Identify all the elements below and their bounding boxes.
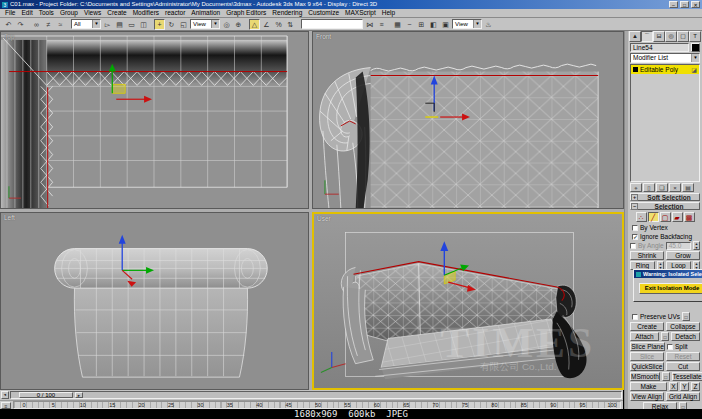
view-align-button[interactable]: View Align [630,392,664,401]
viewport-left-canvas[interactable] [1,213,308,389]
edge-subobject-icon[interactable]: ╱ [648,212,659,222]
attach-list-button[interactable]: □ [661,332,669,341]
menu-item-customize[interactable]: Customize [305,9,342,17]
show-end-result-icon[interactable]: ▯ [643,183,655,192]
time-slider-thumb[interactable]: 0 / 100 [19,392,73,398]
minimize-button[interactable]: – [669,1,678,8]
undo-icon[interactable]: ↶ [3,19,14,30]
trackbar-ruler[interactable]: 0510152025303540455055606570758085909510… [13,401,621,409]
viewport-front-canvas[interactable] [313,32,623,208]
preserve-uvs-settings-button[interactable]: □ [682,312,690,321]
select-and-rotate-icon[interactable]: ↻ [166,19,177,30]
chevron-down-icon[interactable]: ▼ [691,54,699,62]
window-crossing-icon[interactable]: ◫ [138,19,149,30]
viewport-front-label[interactable]: Front [316,33,331,40]
viewport-top[interactable]: Top [0,31,309,209]
cut-button[interactable]: Cut [666,362,700,371]
rollout-soft-selection[interactable]: + Soft Selection [630,193,700,201]
hierarchy-tab[interactable]: ⊟ [653,31,665,42]
menu-item-reactor[interactable]: reactor [162,9,188,17]
msmooth-settings-button[interactable]: □ [662,372,670,381]
select-and-link-icon[interactable]: ∞ [31,19,42,30]
checkbox-icon[interactable] [632,225,638,231]
subobject-expand-icon[interactable] [633,67,638,72]
modifier-state-icon[interactable]: ◪ [691,66,697,73]
grow-button[interactable]: Grow [666,251,700,260]
quickslice-button[interactable]: QuickSlice [630,362,664,371]
curve-editor-icon[interactable]: ~ [404,19,415,30]
viewport-front[interactable]: Front [312,31,624,209]
planar-x-button[interactable]: X [669,382,678,391]
panel-scrollbar[interactable] [625,31,628,409]
by-angle-spinner[interactable]: ▲▼ [693,241,700,250]
unlink-selection-icon[interactable]: ≠ [43,19,54,30]
make-planar-button[interactable]: Make Planar [630,382,667,391]
align-icon[interactable]: ≡ [376,19,387,30]
by-angle-value-field[interactable]: 45.0 [666,242,691,250]
display-tab[interactable]: ▢ [677,31,689,42]
render-setup-icon[interactable]: ▣ [440,19,451,30]
collapse-button[interactable]: Collapse [666,322,700,331]
shrink-button[interactable]: Shrink [630,251,664,260]
menu-item-edit[interactable]: Edit [18,9,35,17]
ignore-backfacing-checkbox[interactable]: Ignore Backfacing [632,233,701,240]
select-by-name-icon[interactable]: ▤ [114,19,125,30]
menu-item-file[interactable]: File [2,9,18,17]
menu-item-graph-editors[interactable]: Graph Editors [223,9,269,17]
by-vertex-checkbox[interactable]: By Vertex [632,224,701,231]
preserve-uvs-checkbox[interactable]: Preserve UVs □ [632,312,701,321]
render-type-dropdown[interactable]: View▼ [452,19,482,29]
by-angle-checkbox[interactable]: By Angle [630,242,664,249]
menu-item-help[interactable]: Help [379,9,398,17]
motion-tab[interactable]: ◎ [665,31,677,42]
dialog-title-bar[interactable]: Warning: Isolated Selection [634,270,702,278]
viewport-top-canvas[interactable] [1,32,308,208]
object-color-swatch[interactable] [691,43,700,52]
polygon-subobject-icon[interactable]: ▰ [672,212,683,222]
create-button[interactable]: Create [630,322,664,331]
layer-manager-icon[interactable]: ▦ [392,19,403,30]
checkbox-icon[interactable] [667,344,673,350]
spinner-snap-icon[interactable]: ⇅ [285,19,296,30]
quick-render-icon[interactable]: ♨ [483,19,494,30]
modifier-stack[interactable]: Editable Poly ◪ [630,64,700,182]
checkbox-checked-icon[interactable] [632,234,638,240]
next-frame-button[interactable]: ▸ [75,392,83,398]
viewport-user-active[interactable]: User [312,212,624,390]
vertex-subobject-icon[interactable]: ∴ [636,212,647,222]
menu-item-views[interactable]: Views [81,9,104,17]
redo-icon[interactable]: ↷ [15,19,26,30]
remove-modifier-icon[interactable]: × [669,183,681,192]
bind-to-space-warp-icon[interactable]: ≈ [55,19,66,30]
msmooth-button[interactable]: MSmooth [630,372,660,381]
collapse-icon[interactable]: − [631,203,638,210]
percent-snap-icon[interactable]: % [273,19,284,30]
checkbox-icon[interactable] [632,314,638,320]
slice-plane-button[interactable]: Slice Plane [630,342,665,351]
planar-y-button[interactable]: Y [680,382,689,391]
menu-item-create[interactable]: Create [104,9,130,17]
use-pivot-point-icon[interactable]: ◎ [221,19,232,30]
utilities-tab[interactable]: T [689,31,701,42]
time-slider-track[interactable]: 0 / 100 ▸ [10,391,622,399]
menu-item-maxscript[interactable]: MAXScript [342,9,379,17]
checkbox-icon[interactable] [630,243,636,249]
expand-icon[interactable]: + [631,194,638,201]
open-mini-curve-editor-button[interactable]: ≡ [1,402,11,409]
previous-frame-button[interactable]: ◂ [1,391,9,399]
create-tab[interactable]: ▲ [629,31,641,42]
viewport-left[interactable]: Left [0,212,309,390]
configure-modifier-sets-icon[interactable]: ▤ [682,183,694,192]
viewport-user-label[interactable]: User [317,215,331,222]
menu-item-group[interactable]: Group [57,9,81,17]
grid-align-button[interactable]: Grid Align [666,392,700,401]
selection-filter-dropdown[interactable]: All▼ [71,19,101,29]
modifier-list-dropdown[interactable]: Modifier List ▼ [630,53,700,63]
viewport-user-canvas[interactable]: TIMES 有限公司 Co.,Ltd. [314,214,622,388]
make-unique-icon[interactable]: ❏ [656,183,668,192]
split-checkbox[interactable]: Split [667,343,700,350]
viewport-left-label[interactable]: Left [4,214,15,221]
planar-z-button[interactable]: Z [691,382,700,391]
attach-button[interactable]: Attach [630,332,659,341]
exit-isolation-mode-button[interactable]: Exit Isolation Mode [639,283,702,294]
